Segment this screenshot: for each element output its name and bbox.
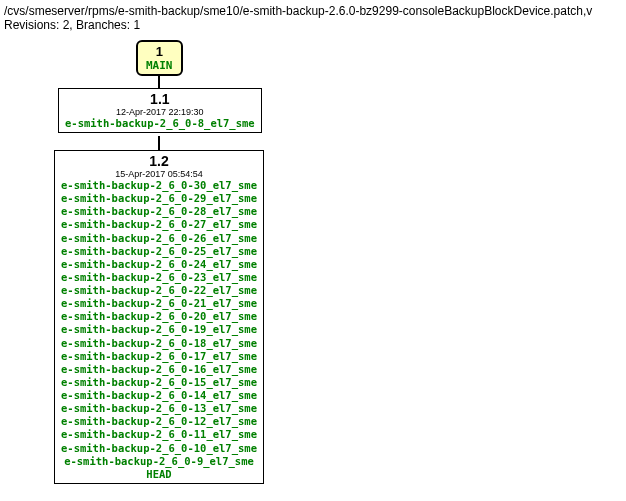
revision-box-1-2[interactable]: 1.2 15-Apr-2017 05:54:54 e-smith-backup-… bbox=[54, 150, 264, 484]
revision-date: 15-Apr-2017 05:54:54 bbox=[61, 169, 257, 179]
branch-box-main[interactable]: 1 MAIN bbox=[136, 40, 183, 76]
revision-tags: e-smith-backup-2_6_0-8_el7_sme bbox=[65, 117, 255, 130]
revision-graph: 1 MAIN 1.1 12-Apr-2017 22:19:30 e-smith-… bbox=[16, 40, 626, 501]
branch-number: 1 bbox=[146, 44, 173, 59]
revision-tag: e-smith-backup-2_6_0-20_el7_sme bbox=[61, 310, 257, 323]
revision-tag: e-smith-backup-2_6_0-16_el7_sme bbox=[61, 363, 257, 376]
revision-tag: e-smith-backup-2_6_0-24_el7_sme bbox=[61, 258, 257, 271]
revision-tags: e-smith-backup-2_6_0-30_el7_smee-smith-b… bbox=[61, 179, 257, 481]
revision-tag: e-smith-backup-2_6_0-18_el7_sme bbox=[61, 337, 257, 350]
revision-tag: e-smith-backup-2_6_0-23_el7_sme bbox=[61, 271, 257, 284]
revision-tag: e-smith-backup-2_6_0-11_el7_sme bbox=[61, 428, 257, 441]
file-path: /cvs/smeserver/rpms/e-smith-backup/sme10… bbox=[4, 4, 626, 18]
revision-tag: HEAD bbox=[61, 468, 257, 481]
revision-tag: e-smith-backup-2_6_0-17_el7_sme bbox=[61, 350, 257, 363]
revision-tag: e-smith-backup-2_6_0-25_el7_sme bbox=[61, 245, 257, 258]
revision-number: 1.1 bbox=[65, 91, 255, 107]
revision-tag: e-smith-backup-2_6_0-22_el7_sme bbox=[61, 284, 257, 297]
revision-date: 12-Apr-2017 22:19:30 bbox=[65, 107, 255, 117]
revision-box-1-1[interactable]: 1.1 12-Apr-2017 22:19:30 e-smith-backup-… bbox=[58, 88, 262, 133]
revision-number: 1.2 bbox=[61, 153, 257, 169]
revisions-info: Revisions: 2, Branches: 1 bbox=[4, 18, 626, 32]
revision-tag: e-smith-backup-2_6_0-26_el7_sme bbox=[61, 232, 257, 245]
revision-tag: e-smith-backup-2_6_0-15_el7_sme bbox=[61, 376, 257, 389]
revision-tag: e-smith-backup-2_6_0-28_el7_sme bbox=[61, 205, 257, 218]
graph-connector bbox=[158, 136, 160, 150]
branch-name: MAIN bbox=[146, 59, 173, 72]
graph-connector bbox=[158, 74, 160, 88]
revision-tag: e-smith-backup-2_6_0-13_el7_sme bbox=[61, 402, 257, 415]
revision-tag: e-smith-backup-2_6_0-10_el7_sme bbox=[61, 442, 257, 455]
revision-tag: e-smith-backup-2_6_0-29_el7_sme bbox=[61, 192, 257, 205]
revision-tag: e-smith-backup-2_6_0-9_el7_sme bbox=[61, 455, 257, 468]
revision-tag: e-smith-backup-2_6_0-30_el7_sme bbox=[61, 179, 257, 192]
revision-tag: e-smith-backup-2_6_0-27_el7_sme bbox=[61, 218, 257, 231]
revision-tag: e-smith-backup-2_6_0-12_el7_sme bbox=[61, 415, 257, 428]
revision-tag: e-smith-backup-2_6_0-21_el7_sme bbox=[61, 297, 257, 310]
revision-tag: e-smith-backup-2_6_0-8_el7_sme bbox=[65, 117, 255, 130]
revision-tag: e-smith-backup-2_6_0-14_el7_sme bbox=[61, 389, 257, 402]
revision-tag: e-smith-backup-2_6_0-19_el7_sme bbox=[61, 323, 257, 336]
